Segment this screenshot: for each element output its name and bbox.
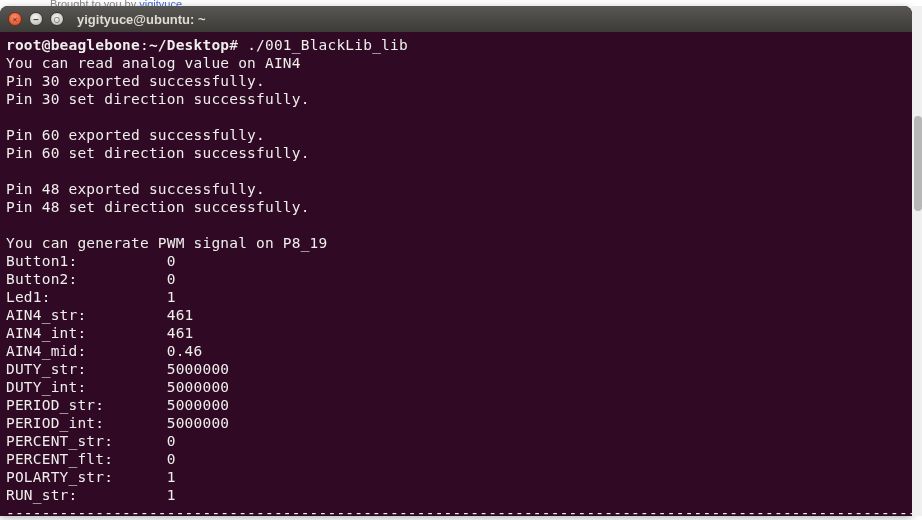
kv-rows: Button1: 0 Button2: 0 Led1: 1 AIN4_str: … [6,253,229,503]
page-scrollbar-track[interactable] [912,6,922,516]
prompt-path: ~/Desktop [149,37,229,53]
terminal-output[interactable]: root@beaglebone:~/Desktop# ./001_BlackLi… [0,32,912,516]
terminal-window: ✕ – ▢ yigityuce@ubuntu: ~ root@beaglebon… [0,6,912,516]
prompt-command: ./001_BlackLib_lib [247,37,408,53]
out-line: Pin 60 set direction successfully. [6,145,310,161]
out-line: Pin 60 exported successfully. [6,127,265,143]
divider-line: ----------------------------------------… [6,505,912,516]
page-scrollbar-thumb[interactable] [914,116,922,211]
out-line: You can generate PWM signal on P8_19 [6,235,327,251]
prompt-sep: # [229,37,238,53]
window-titlebar[interactable]: ✕ – ▢ yigityuce@ubuntu: ~ [0,6,912,32]
prompt-user-host: root@beaglebone [6,37,140,53]
out-line: Pin 48 exported successfully. [6,181,265,197]
out-line: Pin 30 set direction successfully. [6,91,310,107]
minimize-icon[interactable]: – [29,12,43,26]
window-title: yigityuce@ubuntu: ~ [77,12,206,27]
out-line: You can read analog value on AIN4 [6,55,301,71]
out-line: Pin 30 exported successfully. [6,73,265,89]
close-icon[interactable]: ✕ [8,12,22,26]
maximize-icon[interactable]: ▢ [50,12,64,26]
out-line: Pin 48 set direction successfully. [6,199,310,215]
